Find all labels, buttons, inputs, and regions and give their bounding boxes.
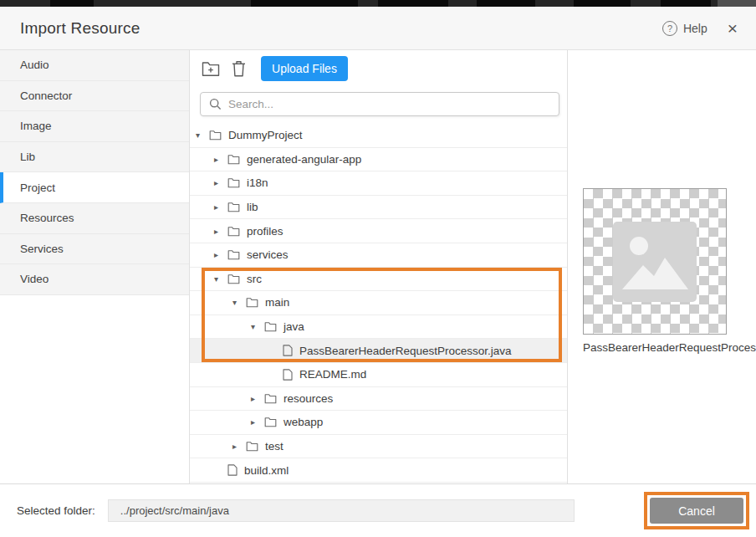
file-toolbar: Upload Files	[200, 56, 567, 81]
dialog-header: Import Resource ? Help ×	[0, 7, 756, 50]
folder-icon	[227, 226, 240, 237]
folder-icon	[264, 321, 277, 332]
header-actions: ? Help ×	[662, 21, 738, 36]
file-browser-panel: Upload Files ▾ DummyProject ▸	[190, 50, 568, 483]
dialog-body: Audio Connector Image Lib Project Resour…	[0, 50, 756, 483]
tree-row-label: profiles	[247, 225, 284, 238]
sidebar-item-label: Resources	[20, 212, 74, 224]
expand-arrow-icon[interactable]: ▾	[232, 298, 246, 307]
tree-row-label: README.md	[299, 368, 366, 381]
expand-arrow-icon[interactable]: ▸	[251, 394, 264, 403]
background-app-strip	[0, 0, 756, 7]
folder-icon	[227, 177, 240, 188]
tree-row[interactable]: ▸ test	[190, 435, 567, 459]
screen: Import Resource ? Help × Audio Connector…	[0, 0, 756, 537]
sidebar-item-resources[interactable]: Resources	[0, 203, 189, 234]
folder-icon	[227, 249, 240, 260]
tree-row-label: build.xml	[244, 464, 289, 477]
folder-icon	[264, 417, 277, 427]
folder-icon	[246, 297, 258, 308]
expand-arrow-icon[interactable]: ▸	[214, 155, 227, 164]
sidebar-item-image[interactable]: Image	[0, 111, 189, 142]
file-tree: ▾ DummyProject ▸ generated-angular-app ▸…	[190, 124, 567, 483]
tree-row[interactable]: ▾ src	[190, 268, 567, 292]
new-folder-button[interactable]	[200, 58, 222, 79]
sidebar-item-connector[interactable]: Connector	[0, 81, 189, 112]
folder-icon	[227, 274, 240, 284]
tree-row-label: webapp	[284, 416, 323, 428]
selected-folder-label: Selected folder:	[17, 504, 95, 517]
expand-arrow-icon[interactable]: ▸	[232, 442, 246, 451]
folder-plus-icon	[202, 61, 220, 77]
tree-row[interactable]: ▾ main	[190, 291, 567, 315]
tree-row-label: java	[284, 320, 304, 333]
folder-icon	[246, 441, 258, 452]
cancel-button[interactable]: Cancel	[650, 498, 743, 524]
tree-row-label: generated-angular-app	[247, 153, 361, 166]
tree-row[interactable]: ▸ services	[190, 243, 567, 268]
tree-row[interactable]: build.xml	[190, 458, 567, 483]
tree-row[interactable]: ▸ profiles	[190, 219, 567, 243]
tree-row-label: i18n	[247, 176, 268, 189]
import-resource-dialog: Import Resource ? Help × Audio Connector…	[0, 7, 756, 537]
sidebar-item-video[interactable]: Video	[0, 264, 189, 295]
expand-arrow-icon[interactable]: ▾	[214, 274, 227, 284]
sidebar-item-label: Audio	[20, 59, 49, 71]
tree-row-label: test	[265, 440, 284, 453]
search-input[interactable]	[228, 98, 550, 110]
preview-panel: PassBearerHeaderRequestProcess	[568, 50, 756, 483]
dialog-footer: Selected folder: ../project/src/main/jav…	[0, 483, 756, 537]
image-placeholder-icon	[613, 222, 697, 302]
help-icon[interactable]: ?	[662, 21, 677, 36]
tree-row[interactable]: ▸ webapp	[190, 411, 567, 435]
sidebar-item-label: Lib	[20, 151, 35, 163]
tree-row-label: resources	[284, 392, 333, 405]
folder-icon	[227, 202, 240, 212]
search-icon	[209, 98, 222, 110]
sidebar-item-lib[interactable]: Lib	[0, 142, 189, 173]
preview-caption: PassBearerHeaderRequestProcess	[583, 341, 756, 354]
delete-button[interactable]	[227, 58, 249, 79]
expand-arrow-icon[interactable]: ▾	[251, 322, 264, 331]
tree-row[interactable]: ▸ resources	[190, 387, 567, 412]
expand-arrow-icon[interactable]: ▾	[196, 130, 209, 140]
tree-row[interactable]: README.md	[190, 363, 567, 387]
tree-row-label: main	[265, 296, 289, 309]
trash-icon	[232, 60, 246, 77]
sidebar-item-label: Image	[20, 120, 52, 132]
tree-row-label: services	[247, 248, 289, 261]
tree-row[interactable]: ▾ java	[190, 315, 567, 340]
sidebar-item-label: Services	[20, 243, 64, 255]
cancel-annotation-box: Cancel	[644, 492, 749, 529]
tree-row-label: lib	[247, 201, 258, 213]
sidebar: Audio Connector Image Lib Project Resour…	[0, 50, 190, 483]
folder-icon	[209, 130, 222, 141]
expand-arrow-icon[interactable]: ▸	[214, 202, 227, 212]
sidebar-item-services[interactable]: Services	[0, 234, 189, 265]
sidebar-item-label: Project	[20, 182, 55, 194]
expand-arrow-icon[interactable]: ▸	[214, 250, 227, 259]
upload-files-button[interactable]: Upload Files	[261, 56, 348, 81]
selected-folder-value: ../project/src/main/java	[108, 499, 575, 522]
tree-row[interactable]: ▸ lib	[190, 196, 567, 220]
sidebar-item-audio[interactable]: Audio	[0, 50, 189, 81]
help-button[interactable]: Help	[683, 22, 707, 35]
file-icon	[227, 464, 238, 476]
expand-arrow-icon[interactable]: ▸	[214, 227, 227, 236]
sidebar-item-project[interactable]: Project	[0, 172, 189, 203]
file-icon	[283, 369, 293, 381]
tree-row-label: PassBearerHeaderRequestProcessor.java	[299, 345, 512, 357]
tree-row[interactable]: ▸ generated-angular-app	[190, 148, 567, 172]
tree-row-label: src	[247, 273, 262, 285]
file-icon	[283, 345, 293, 356]
sidebar-item-label: Video	[20, 273, 49, 285]
dialog-title: Import Resource	[20, 19, 140, 38]
sidebar-item-label: Connector	[20, 90, 72, 102]
tree-row[interactable]: ▾ DummyProject	[190, 124, 567, 148]
tree-row[interactable]: PassBearerHeaderRequestProcessor.java	[190, 339, 567, 363]
close-icon[interactable]: ×	[728, 22, 738, 35]
expand-arrow-icon[interactable]: ▸	[251, 417, 264, 427]
tree-row[interactable]: ▸ i18n	[190, 171, 567, 196]
preview-thumbnail	[583, 188, 727, 335]
expand-arrow-icon[interactable]: ▸	[214, 178, 227, 187]
